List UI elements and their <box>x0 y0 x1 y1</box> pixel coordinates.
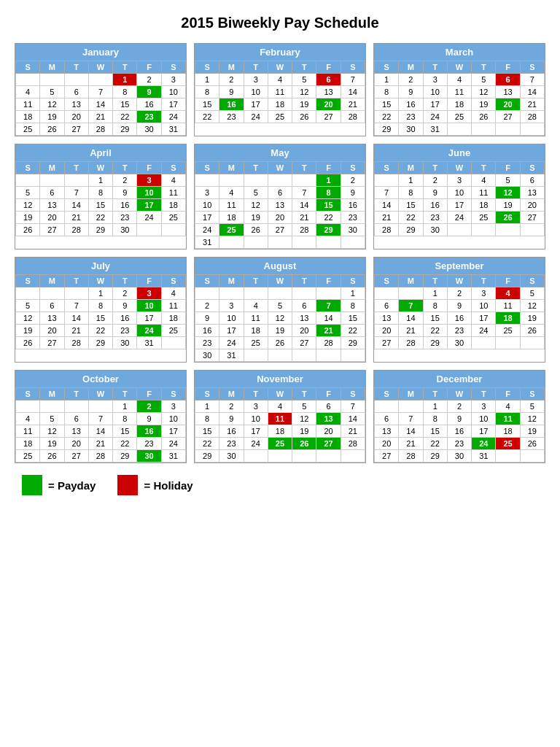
calendar-day: 8 <box>316 187 341 199</box>
calendar-day: 2 <box>137 400 161 413</box>
calendar-day: 26 <box>472 111 496 123</box>
day-header: T <box>423 162 447 174</box>
calendar-day: 20 <box>64 111 88 123</box>
calendar-day: 3 <box>219 300 244 312</box>
day-header: S <box>341 162 365 174</box>
calendar-day: 18 <box>447 98 471 111</box>
calendar-day: 30 <box>113 337 137 349</box>
calendar-day: 5 <box>472 74 496 86</box>
calendar-day: 20 <box>520 199 544 212</box>
day-header: T <box>64 61 88 74</box>
table-row: 262728293031 <box>16 337 186 349</box>
calendar-day <box>316 450 341 462</box>
calendar-day <box>316 236 341 249</box>
calendar-day: 10 <box>137 187 161 199</box>
table-row: 24252627282930 <box>195 224 365 236</box>
calendar-day: 19 <box>292 425 316 438</box>
calendar-day: 29 <box>195 450 219 462</box>
calendar-day: 13 <box>316 413 341 425</box>
calendar-day <box>472 123 496 136</box>
calendar-day: 27 <box>64 450 88 462</box>
calendar-day: 9 <box>399 86 423 98</box>
calendar-day: 7 <box>64 187 88 199</box>
calendar-day <box>40 400 64 413</box>
calendar-day: 10 <box>219 312 244 325</box>
calendar-day: 2 <box>399 74 423 86</box>
table-row: 23242526272829 <box>195 337 365 349</box>
calendar-day: 18 <box>496 425 520 438</box>
day-header: M <box>219 275 244 287</box>
calendar-day: 31 <box>472 450 496 462</box>
calendar-day <box>64 174 88 187</box>
calendar-title-december: December <box>374 371 545 387</box>
calendar-day: 15 <box>423 312 447 325</box>
day-header: F <box>496 61 520 74</box>
calendar-day: 29 <box>88 224 112 236</box>
calendar-day: 20 <box>316 98 341 111</box>
table-row: 12345 <box>375 287 545 300</box>
calendar-day: 18 <box>161 312 185 325</box>
calendar-day: 12 <box>16 312 40 325</box>
table-row: 1234 <box>16 287 186 300</box>
calendar-day: 26 <box>268 337 292 349</box>
calendar-day: 31 <box>161 450 185 462</box>
table-row: 45678910 <box>16 413 186 425</box>
calendar-day: 12 <box>40 98 64 111</box>
calendar-day: 24 <box>219 337 244 349</box>
calendar-day: 25 <box>244 337 268 349</box>
calendar-day: 28 <box>292 224 316 236</box>
calendar-day: 23 <box>447 325 471 337</box>
table-row: 1234567 <box>195 400 365 413</box>
calendar-day: 18 <box>496 312 520 325</box>
calendar-day: 17 <box>244 98 268 111</box>
calendar-day: 16 <box>113 312 137 325</box>
table-row: 1234567 <box>375 74 545 86</box>
calendar-march: MarchSMTWTFS1234567891011121314151617181… <box>373 43 545 136</box>
calendar-day: 3 <box>244 400 268 413</box>
calendar-day: 20 <box>64 438 88 450</box>
calendar-day: 29 <box>88 337 112 349</box>
table-row: 12345 <box>375 400 545 413</box>
day-header: F <box>316 162 341 174</box>
calendar-day: 10 <box>423 86 447 98</box>
day-header: T <box>292 61 316 74</box>
calendar-day: 21 <box>88 111 112 123</box>
calendar-day: 3 <box>447 174 471 187</box>
calendar-day: 22 <box>316 212 341 224</box>
calendar-day: 15 <box>195 98 219 111</box>
calendar-day: 1 <box>113 74 137 86</box>
calendar-day: 27 <box>268 224 292 236</box>
table-row: 1234567 <box>195 74 365 86</box>
calendar-table-november: SMTWTFS123456789101112131415161718192021… <box>195 387 365 462</box>
day-header: T <box>64 388 88 400</box>
calendar-day: 17 <box>137 199 161 212</box>
day-header: W <box>447 275 471 287</box>
calendar-day: 4 <box>447 74 471 86</box>
day-header: T <box>472 162 496 174</box>
calendar-day: 29 <box>113 123 137 136</box>
calendar-day: 28 <box>399 450 423 462</box>
calendar-day: 27 <box>64 123 88 136</box>
day-header: S <box>195 275 219 287</box>
calendar-day: 6 <box>64 86 88 98</box>
calendar-july: JulySMTWTFS12345678910111213141516171819… <box>15 257 187 363</box>
day-header: S <box>16 61 40 74</box>
table-row: 293031 <box>375 123 545 136</box>
calendar-day <box>16 400 40 413</box>
table-row: 1234 <box>16 174 186 187</box>
table-row: 18192021222324 <box>16 438 186 450</box>
day-header: T <box>472 61 496 74</box>
calendar-day <box>40 174 64 187</box>
calendar-day: 24 <box>161 111 185 123</box>
calendar-day: 1 <box>423 400 447 413</box>
calendar-day <box>316 287 341 300</box>
calendar-day: 4 <box>496 287 520 300</box>
calendar-day: 20 <box>316 425 341 438</box>
calendar-day <box>472 337 496 349</box>
calendar-day <box>292 174 316 187</box>
day-header: S <box>375 388 399 400</box>
day-header: F <box>137 275 161 287</box>
calendar-day: 18 <box>16 111 40 123</box>
calendar-day: 1 <box>88 287 112 300</box>
calendar-day: 14 <box>88 98 112 111</box>
